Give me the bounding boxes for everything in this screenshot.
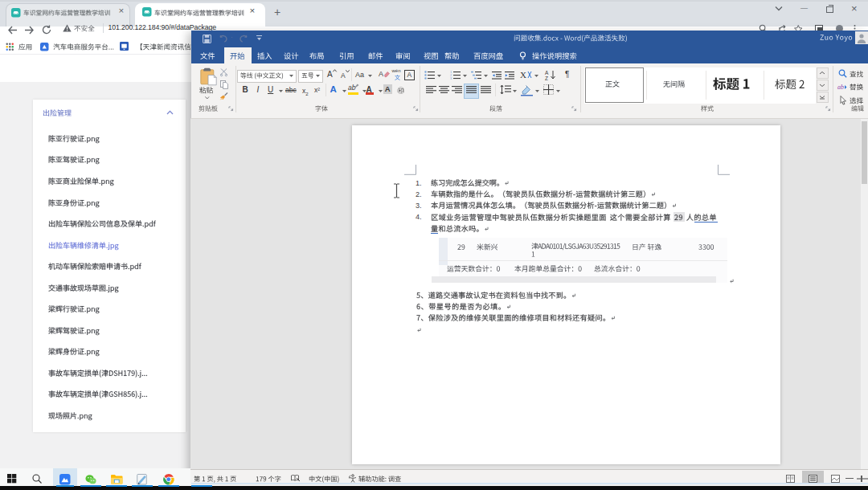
svg-text:X: X	[520, 70, 526, 80]
svg-text:Z: Z	[545, 76, 548, 81]
svg-text:ab: ab	[837, 84, 844, 91]
svg-text:A: A	[545, 70, 549, 76]
